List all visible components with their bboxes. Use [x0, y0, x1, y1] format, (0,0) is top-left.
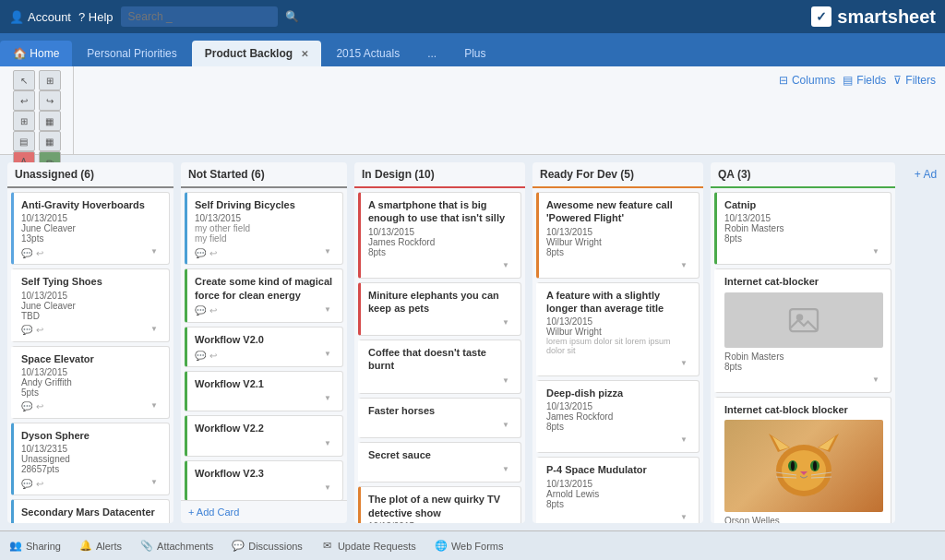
tool-card[interactable]: ▦: [39, 111, 61, 131]
card-dropdown-icon[interactable]: ▼: [680, 435, 691, 447]
card-dropdown-icon[interactable]: ▼: [502, 465, 513, 476]
card-title: Anti-Gravity Hoverboards: [21, 198, 161, 211]
kanban-board: Unassigned (6) Anti-Gravity Hoverboards …: [0, 155, 945, 530]
card-dropdown-icon[interactable]: ▼: [324, 305, 335, 316]
card-smartphone[interactable]: A smartphone that is big enough to use t…: [358, 192, 521, 279]
card-date: 10/13/2015: [546, 227, 691, 237]
card-footer: 💬↩ ▼: [21, 401, 161, 412]
account-icon: 👤: [9, 10, 24, 24]
card-icons: 💬↩: [21, 479, 43, 489]
card-dropdown-icon[interactable]: ▼: [324, 247, 335, 258]
card-person: June Cleaver: [21, 223, 161, 233]
card-extra: lorem ipsum dolor sit lorem ipsum dolor …: [546, 337, 691, 355]
card-dropdown-icon[interactable]: ▼: [680, 261, 691, 272]
card-powered-flight[interactable]: Awesome new feature call 'Powered Flight…: [536, 192, 700, 279]
search-icon[interactable]: 🔍: [285, 10, 299, 23]
tool-options[interactable]: ⊞: [39, 70, 61, 90]
card-space-mudulator[interactable]: P-4 Space Mudulator 10/13/2015 Arnold Le…: [536, 457, 700, 523]
card-dropdown-icon[interactable]: ▼: [680, 513, 691, 523]
card-date: 10/13/2015: [368, 521, 513, 523]
tab-home[interactable]: 🏠 Home: [0, 41, 72, 66]
card-icons: 💬↩: [21, 401, 43, 411]
card-dropdown-icon[interactable]: ▼: [680, 359, 691, 370]
card-dropdown-icon[interactable]: ▼: [150, 478, 161, 489]
card-title: P-4 Space Mudulator: [546, 463, 691, 476]
close-tab-icon[interactable]: ✕: [301, 49, 308, 59]
card-secondary-mars[interactable]: Secondary Mars Datacenter ▼: [11, 499, 170, 523]
sharing-button[interactable]: 👥 Sharing: [9, 540, 61, 553]
card-anti-gravity[interactable]: Anti-Gravity Hoverboards 10/13/2015 June…: [11, 192, 170, 265]
tool-undo[interactable]: ↩: [13, 90, 35, 111]
card-faster-horses[interactable]: Faster horses ▼: [358, 398, 521, 438]
card-dropdown-icon[interactable]: ▼: [502, 421, 513, 432]
tool-grid[interactable]: ⊞: [13, 111, 35, 131]
card-self-driving[interactable]: Self Driving Bicycles 10/13/2015 my othe…: [185, 192, 343, 265]
tool-redo[interactable]: ↪: [39, 90, 61, 111]
card-dropdown-icon[interactable]: ▼: [872, 375, 883, 387]
card-field: my field: [195, 233, 335, 244]
card-title: Catnip: [724, 198, 883, 211]
tab-plus[interactable]: Plus: [451, 41, 498, 66]
card-dropdown-icon[interactable]: ▼: [150, 401, 161, 412]
tab-personal-priorities[interactable]: Personal Priorities: [74, 41, 189, 66]
fields-action[interactable]: ▤ Fields: [843, 74, 886, 87]
card-workflow-v23[interactable]: Workflow V2.3 ▼: [185, 460, 343, 500]
card-coffee[interactable]: Coffee that doesn't taste burnt ▼: [358, 340, 521, 394]
tool-cursor[interactable]: ↖: [13, 70, 35, 90]
card-footer: 💬↩ ▼: [195, 305, 335, 316]
help-button[interactable]: ? Help: [78, 10, 114, 24]
card-internet-cat-blocker[interactable]: Internet cat-blocker Robin Masters 8pts …: [714, 268, 891, 392]
card-title: The plot of a new quirky TV detective sh…: [368, 493, 513, 519]
card-dropdown-icon[interactable]: ▼: [324, 483, 335, 494]
card-dropdown-icon[interactable]: ▼: [324, 394, 335, 405]
card-dropdown-icon[interactable]: ▼: [502, 318, 513, 329]
card-icons: 💬↩: [21, 248, 43, 258]
web-forms-button[interactable]: 🌐 Web Forms: [435, 540, 504, 553]
columns-action[interactable]: ⊟ Columns: [779, 74, 835, 87]
card-tv-detective[interactable]: The plot of a new quirky TV detective sh…: [358, 486, 521, 523]
tab-more[interactable]: ...: [414, 41, 449, 66]
tool-row-3: ⊞ ▦: [13, 111, 61, 131]
card-workflow-v20[interactable]: Workflow V2.0 💬↩ ▼: [185, 327, 343, 367]
card-secret-sauce[interactable]: Secret sauce ▼: [358, 442, 521, 483]
column-header-in-design: In Design (10): [354, 162, 525, 188]
card-deep-dish[interactable]: Deep-dish pizza 10/13/2015 James Rockfor…: [536, 380, 700, 453]
card-elephants[interactable]: Miniture elephants you can keep as pets …: [358, 282, 521, 337]
attachments-button[interactable]: 📎 Attachments: [140, 540, 213, 553]
card-dropdown-icon[interactable]: ▼: [324, 439, 335, 450]
card-footer: ▼: [195, 439, 335, 450]
card-dropdown-icon[interactable]: ▼: [502, 261, 513, 272]
card-dropdown-icon[interactable]: ▼: [324, 350, 335, 361]
tool-calendar[interactable]: ▦: [39, 131, 61, 151]
card-dropdown-icon[interactable]: ▼: [502, 376, 513, 387]
search-input[interactable]: [121, 6, 278, 27]
card-dropdown-icon[interactable]: ▼: [150, 247, 161, 258]
update-requests-button[interactable]: ✉ Update Requests: [321, 540, 416, 553]
card-longer-title[interactable]: A feature with a slightly longer than av…: [536, 282, 700, 377]
card-dropdown-icon[interactable]: ▼: [150, 325, 161, 336]
card-dropdown-icon[interactable]: ▼: [872, 247, 883, 258]
card-workflow-v21[interactable]: Workflow V2.1 ▼: [185, 371, 343, 411]
card-space-elevator[interactable]: Space Elevator 10/13/2015 Andy Griffith …: [11, 346, 170, 419]
card-title: Secondary Mars Datacenter: [21, 506, 161, 518]
card-magical-force[interactable]: Create some kind of magical force for cl…: [185, 268, 343, 323]
columns-icon: ⊟: [779, 74, 788, 87]
card-icons: 💬↩: [21, 325, 43, 335]
card-icons: 💬↩: [195, 305, 217, 316]
alerts-button[interactable]: 🔔 Alerts: [79, 540, 122, 553]
card-workflow-v22[interactable]: Workflow V2.2 ▼: [185, 415, 343, 456]
tab-product-backlog[interactable]: Product Backlog ✕: [192, 41, 322, 66]
logo-text: smartsheet: [837, 6, 936, 28]
card-internet-cat-block-blocker[interactable]: Internet cat-block blocker: [714, 397, 891, 523]
add-card-button[interactable]: + Add Card: [181, 500, 347, 523]
discussions-button[interactable]: 💬 Discussions: [232, 540, 303, 553]
filters-action[interactable]: ⊽ Filters: [893, 74, 936, 87]
card-dropdown-icon[interactable]: ▼: [150, 522, 161, 523]
add-column-button[interactable]: + Ad: [903, 162, 945, 523]
tool-gantt[interactable]: ▤: [13, 131, 35, 151]
card-catnip[interactable]: Catnip 10/13/2015 Robin Masters 8pts ▼: [714, 192, 891, 265]
tab-2015-actuals[interactable]: 2015 Actuals: [323, 41, 413, 66]
account-button[interactable]: 👤 Account: [9, 10, 71, 24]
card-dyson-sphere[interactable]: Dyson Sphere 10/13/2315 Unassigned 28657…: [11, 423, 170, 495]
card-self-tying[interactable]: Self Tying Shoes 10/13/2015 June Cleaver…: [11, 268, 170, 341]
